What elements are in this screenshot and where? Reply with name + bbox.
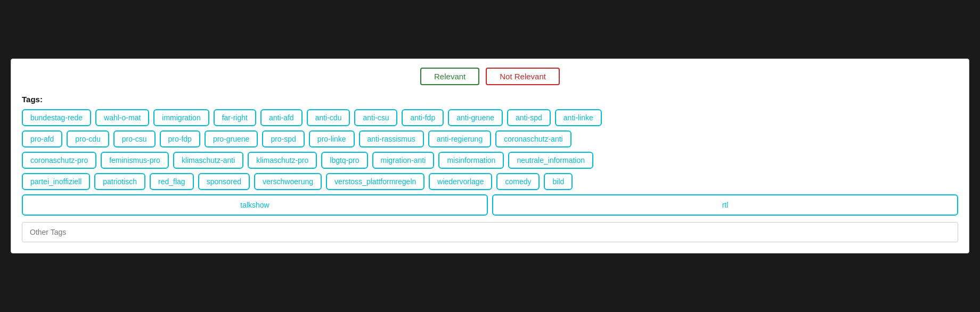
tag-verstoss_plattformregeln[interactable]: verstoss_plattformregeln: [326, 173, 424, 190]
tag-patriotisch[interactable]: patriotisch: [94, 173, 145, 190]
tag-partei_inoffiziell[interactable]: partei_inoffiziell: [22, 173, 90, 190]
tags-row-3: coronaschutz-profeminismus-proklimaschut…: [22, 152, 958, 169]
tag-wide-rtl[interactable]: rtl: [492, 194, 958, 216]
tag-lbgtq-pro[interactable]: lbgtq-pro: [321, 152, 368, 169]
tag-sponsored[interactable]: sponsored: [198, 173, 250, 190]
relevant-button[interactable]: Relevant: [420, 68, 479, 85]
tag-anti-fdp[interactable]: anti-fdp: [402, 109, 444, 126]
not-relevant-button[interactable]: Not Relevant: [486, 68, 560, 85]
tag-anti-linke[interactable]: anti-linke: [555, 109, 602, 126]
tag-bild[interactable]: bild: [544, 173, 573, 190]
tag-comedy[interactable]: comedy: [496, 173, 540, 190]
tag-verschwoerung[interactable]: verschwoerung: [254, 173, 322, 190]
tag-anti-spd[interactable]: anti-spd: [507, 109, 551, 126]
tag-wahl-o-mat[interactable]: wahl-o-mat: [95, 109, 149, 126]
tag-pro-gruene[interactable]: pro-gruene: [205, 130, 258, 147]
main-container: Relevant Not Relevant Tags: bundestag-re…: [11, 59, 969, 253]
tag-pro-spd[interactable]: pro-spd: [262, 130, 304, 147]
tag-misinformation[interactable]: misinformation: [438, 152, 504, 169]
tag-immigration[interactable]: immigration: [153, 109, 209, 126]
tag-anti-cdu[interactable]: anti-cdu: [307, 109, 350, 126]
other-tags-input[interactable]: [22, 222, 958, 242]
tag-feminismus-pro[interactable]: feminismus-pro: [101, 152, 169, 169]
tag-klimaschutz-pro[interactable]: klimaschutz-pro: [248, 152, 317, 169]
tag-migration-anti[interactable]: migration-anti: [372, 152, 435, 169]
tag-coronaschutz-pro[interactable]: coronaschutz-pro: [22, 152, 96, 169]
action-buttons: Relevant Not Relevant: [22, 68, 958, 85]
tags-label: Tags:: [22, 95, 958, 104]
tag-bundestag-rede[interactable]: bundestag-rede: [22, 109, 91, 126]
tag-far-right[interactable]: far-right: [214, 109, 256, 126]
tag-coronaschutz-anti[interactable]: coronaschutz-anti: [495, 130, 571, 147]
tags-row-1: bundestag-redewahl-o-matimmigrationfar-r…: [22, 109, 958, 126]
tag-wide-talkshow[interactable]: talkshow: [22, 194, 488, 216]
tag-klimaschutz-anti[interactable]: klimaschutz-anti: [173, 152, 243, 169]
tag-pro-linke[interactable]: pro-linke: [309, 130, 355, 147]
tag-anti-csu[interactable]: anti-csu: [354, 109, 397, 126]
tag-pro-fdp[interactable]: pro-fdp: [160, 130, 200, 147]
tag-anti-afd[interactable]: anti-afd: [260, 109, 303, 126]
tags-wide-row: talkshowrtl: [22, 194, 958, 216]
tag-wiedervorlage[interactable]: wiedervorlage: [429, 173, 492, 190]
tag-anti-rassismus[interactable]: anti-rassismus: [359, 130, 424, 147]
tag-red_flag[interactable]: red_flag: [150, 173, 194, 190]
tag-pro-cdu[interactable]: pro-cdu: [67, 130, 109, 147]
tag-pro-csu[interactable]: pro-csu: [113, 130, 156, 147]
tag-pro-afd[interactable]: pro-afd: [22, 130, 62, 147]
tag-neutrale_information[interactable]: neutrale_information: [508, 152, 593, 169]
tags-row-2: pro-afdpro-cdupro-csupro-fdppro-gruenepr…: [22, 130, 958, 147]
tags-row-4: partei_inoffiziellpatriotischred_flagspo…: [22, 173, 958, 190]
tag-anti-regierung[interactable]: anti-regierung: [428, 130, 491, 147]
tag-anti-gruene[interactable]: anti-gruene: [448, 109, 503, 126]
